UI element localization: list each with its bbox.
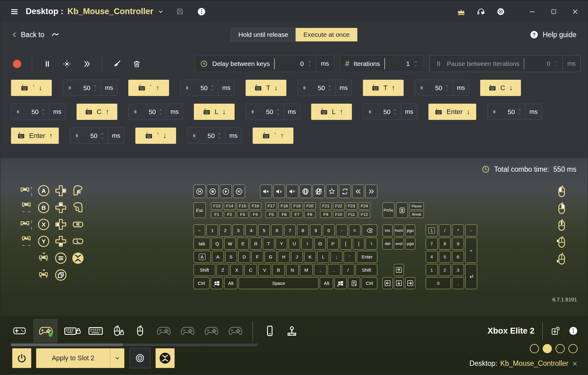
help-guide-button[interactable]: ? Help guide <box>530 30 576 39</box>
power-button[interactable] <box>12 348 31 368</box>
key-symbol[interactable]: ' <box>344 251 356 263</box>
key-4[interactable]: 4 <box>426 251 438 263</box>
key-f8[interactable]: F8 <box>304 211 316 218</box>
pause-stepper[interactable] <box>517 109 522 115</box>
esc-key[interactable]: Esc <box>194 202 206 218</box>
key-1[interactable]: 1 <box>426 264 438 276</box>
macro-pause-step[interactable]: 50 ms <box>297 80 352 96</box>
key-symbol[interactable]: , <box>314 264 326 276</box>
apply-to-slot-button[interactable]: Apply to Slot 2 <box>36 348 124 368</box>
macro-key-step[interactable]: L ↓ <box>194 104 235 120</box>
media-key[interactable] <box>273 185 285 198</box>
key-f23[interactable]: F23 <box>346 202 357 210</box>
key-symbol[interactable]: . <box>452 277 464 289</box>
key-8[interactable]: 8 <box>297 224 309 236</box>
windows-left-key[interactable]: L <box>211 277 223 289</box>
profile-selector[interactable]: Desktop : Kb_Mouse_Controller <box>26 7 164 16</box>
clear-macro-icon[interactable] <box>113 59 122 68</box>
media-key[interactable] <box>220 185 232 198</box>
xbox-button[interactable] <box>156 348 175 368</box>
key-symbol[interactable]: / <box>342 264 354 276</box>
key-symbol[interactable]: ] <box>353 238 364 250</box>
pause-stepper[interactable] <box>158 109 164 115</box>
media-key[interactable] <box>194 185 205 198</box>
key-f12[interactable]: F12 <box>359 211 370 218</box>
key-7[interactable]: 7 <box>426 238 438 250</box>
macro-pause-step[interactable]: 50 ms <box>128 104 183 120</box>
pause-value[interactable]: 50 <box>197 132 215 140</box>
key-symbol[interactable]: . <box>328 264 340 276</box>
key-r[interactable]: R <box>250 238 262 250</box>
media-key[interactable] <box>233 185 245 198</box>
skip-pauses-icon[interactable] <box>82 59 91 68</box>
key-v[interactable]: V <box>258 264 271 276</box>
gamepad-control[interactable]: L <box>71 235 85 248</box>
macro-key-step[interactable]: Enter ↑ <box>11 128 59 144</box>
gamepad-control[interactable]: Y <box>37 235 51 248</box>
macro-pause-step[interactable]: 50 ms <box>363 104 417 120</box>
macro-key-step[interactable]: ` ↑ <box>253 128 293 144</box>
device-scrollbar[interactable] <box>11 343 258 346</box>
pause-value[interactable]: 50 <box>497 108 515 116</box>
pause-value[interactable]: 50 <box>21 108 39 116</box>
pause-stepper[interactable] <box>393 109 398 115</box>
arrow-right-key-key[interactable] <box>405 277 415 289</box>
macro-key-step[interactable]: C ↑ <box>77 104 117 120</box>
gamepad-control[interactable] <box>54 218 68 231</box>
key-n[interactable]: N <box>286 264 299 276</box>
macro-pause-step[interactable]: 50 ms <box>415 80 469 96</box>
gamepad-control[interactable] <box>54 184 68 197</box>
macro-key-step[interactable]: C ↓ <box>480 80 521 96</box>
gamepad-control[interactable] <box>54 201 68 214</box>
key-g[interactable]: G <box>265 251 277 263</box>
gamepad-control[interactable] <box>54 268 68 282</box>
target-profile[interactable]: Kb_Mouse_Controller <box>500 359 568 368</box>
key-f20[interactable]: F20 <box>304 202 316 210</box>
key-symbol[interactable]: \ <box>366 238 377 250</box>
key-f10[interactable]: F10 <box>333 211 345 218</box>
chevron-down-icon[interactable] <box>157 8 164 15</box>
key-0[interactable]: 0 <box>323 224 334 236</box>
macro-key-step[interactable]: ` ↑ <box>128 80 169 96</box>
scrollbar-thumb[interactable] <box>11 343 123 346</box>
key-tab[interactable]: tab <box>194 238 210 250</box>
key-symbol[interactable]: ~ <box>194 224 205 236</box>
key-8[interactable]: 8 <box>439 238 451 250</box>
record-button[interactable] <box>13 60 21 68</box>
key-p[interactable]: P <box>327 238 339 250</box>
device-item[interactable] <box>12 322 27 340</box>
media-key[interactable] <box>300 185 311 198</box>
key-alt[interactable]: Alt <box>224 277 238 289</box>
device-item[interactable] <box>179 322 196 340</box>
key-pgd[interactable]: pgd <box>405 238 415 250</box>
key-ctrl[interactable]: Ctrl <box>361 277 377 289</box>
key-f15[interactable]: F15 <box>237 202 248 210</box>
device-item[interactable] <box>64 322 81 340</box>
gamepad-control[interactable]: R <box>71 218 85 231</box>
hamburger-icon[interactable] <box>9 8 20 16</box>
key-f2[interactable]: F2 <box>224 211 236 218</box>
gamepad-control[interactable] <box>20 268 33 282</box>
key-6[interactable]: 6 <box>452 251 464 263</box>
context-menu-key[interactable] <box>348 277 360 289</box>
windows-right-key[interactable]: R <box>334 277 347 289</box>
media-key[interactable] <box>339 185 351 198</box>
macro-key-step[interactable]: L ↑ <box>311 104 352 120</box>
delete-pauses-icon[interactable] <box>132 59 141 68</box>
mouse-control[interactable] <box>554 201 569 216</box>
key-symbol[interactable]: = <box>349 224 360 236</box>
key-del[interactable]: del <box>383 238 393 250</box>
key-symbol[interactable]: * <box>452 224 464 236</box>
media-key[interactable] <box>207 185 219 198</box>
key-1[interactable]: 1 <box>426 224 438 236</box>
minimize-button[interactable] <box>529 8 536 15</box>
device-item[interactable] <box>284 322 300 340</box>
kebab-menu-icon[interactable] <box>197 7 206 16</box>
gamepad-control[interactable]: R <box>71 184 85 197</box>
key-t[interactable]: T <box>263 238 274 250</box>
key-f3[interactable]: F3 <box>237 211 248 218</box>
key-c[interactable]: C <box>244 264 257 276</box>
key-o[interactable]: O <box>314 238 326 250</box>
key-s[interactable]: S <box>225 251 237 263</box>
key-symbol[interactable]: - <box>336 224 348 236</box>
